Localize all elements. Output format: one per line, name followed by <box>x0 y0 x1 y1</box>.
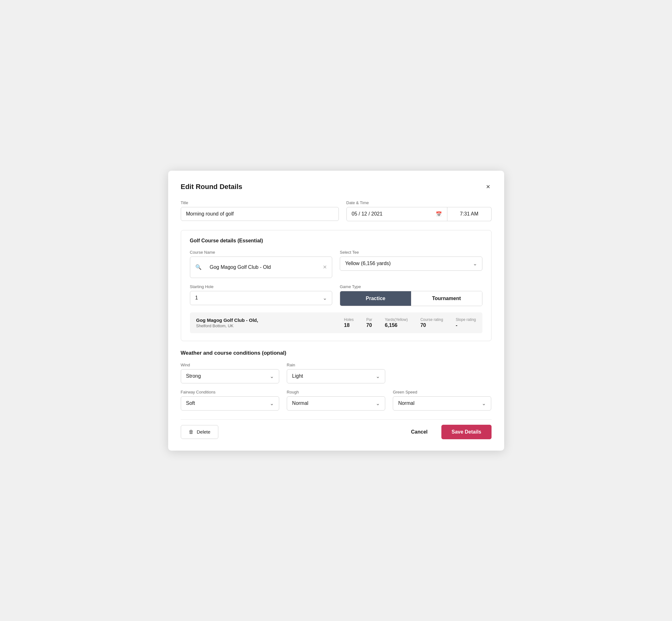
course-name-tee-row: Course Name 🔍 ✕ Select Tee Yellow (6,156… <box>190 250 482 278</box>
stat-yards: Yards(Yellow) 6,156 <box>385 318 408 328</box>
chevron-fairway-icon: ⌄ <box>270 401 274 406</box>
footer-row: 🗑 Delete Cancel Save Details <box>181 419 492 439</box>
tournament-button[interactable]: Tournament <box>411 291 482 306</box>
green-speed-label: Green Speed <box>393 390 491 395</box>
course-name-search[interactable]: 🔍 ✕ <box>190 256 333 278</box>
rain-group: Rain Light ⌄ <box>287 363 385 383</box>
top-row: Title Date & Time 05 / 12 / 2021 📅 7:31 … <box>181 200 492 221</box>
par-label: Par <box>366 318 372 322</box>
rough-dropdown[interactable]: Normal ⌄ <box>287 396 385 411</box>
trash-icon: 🗑 <box>189 429 194 435</box>
stat-course-rating: Course rating 70 <box>420 318 443 328</box>
chevron-down-icon: ⌄ <box>473 261 477 266</box>
rain-value: Light <box>292 373 303 379</box>
select-tee-label: Select Tee <box>340 250 482 255</box>
fairway-rough-green-row: Fairway Conditions Soft ⌄ Rough Normal ⌄… <box>181 390 492 411</box>
stat-holes: Holes 18 <box>344 318 354 328</box>
game-type-toggle: Practice Tournament <box>340 291 482 306</box>
date-input[interactable]: 05 / 12 / 2021 📅 <box>346 207 447 221</box>
course-info-primary: Gog Magog Golf Club - Old, <box>196 318 332 323</box>
edit-round-modal: Edit Round Details × Title Date & Time 0… <box>168 171 504 451</box>
select-tee-group: Select Tee Yellow (6,156 yards) ⌄ <box>340 250 482 278</box>
conditions-heading: Weather and course conditions (optional) <box>181 350 492 356</box>
wind-value: Strong <box>186 373 201 379</box>
select-tee-dropdown[interactable]: Yellow (6,156 yards) ⌄ <box>340 256 482 271</box>
starting-hole-dropdown[interactable]: 1 ⌄ <box>190 291 333 305</box>
time-input[interactable]: 7:31 AM <box>447 207 492 221</box>
modal-title: Edit Round Details <box>181 183 243 191</box>
rough-group: Rough Normal ⌄ <box>287 390 385 411</box>
search-icon: 🔍 <box>195 264 202 270</box>
course-info-location: Shelford Bottom, UK <box>196 323 332 328</box>
close-button[interactable]: × <box>485 182 492 192</box>
wind-label: Wind <box>181 363 279 367</box>
footer-right: Cancel Save Details <box>405 425 492 439</box>
yards-label: Yards(Yellow) <box>385 318 408 322</box>
wind-group: Wind Strong ⌄ <box>181 363 279 383</box>
course-rating-value: 70 <box>420 323 426 328</box>
rain-dropdown[interactable]: Light ⌄ <box>287 369 385 383</box>
stat-par: Par 70 <box>366 318 372 328</box>
rough-value: Normal <box>292 401 308 406</box>
select-tee-value: Yellow (6,156 yards) <box>345 261 390 266</box>
clear-icon[interactable]: ✕ <box>323 264 327 270</box>
yards-value: 6,156 <box>385 323 397 328</box>
game-type-label: Game Type <box>340 284 482 289</box>
title-input[interactable] <box>181 207 339 221</box>
time-value: 7:31 AM <box>460 211 478 217</box>
date-value: 05 / 12 / 2021 <box>352 211 383 217</box>
game-type-group: Game Type Practice Tournament <box>340 284 482 306</box>
date-time-inner: 05 / 12 / 2021 📅 7:31 AM <box>346 207 492 221</box>
course-rating-label: Course rating <box>420 318 443 322</box>
modal-header: Edit Round Details × <box>181 182 492 192</box>
green-speed-dropdown[interactable]: Normal ⌄ <box>393 396 491 411</box>
chevron-down-icon-2: ⌄ <box>323 295 327 301</box>
fairway-dropdown[interactable]: Soft ⌄ <box>181 396 279 411</box>
fairway-group: Fairway Conditions Soft ⌄ <box>181 390 279 411</box>
cancel-button[interactable]: Cancel <box>405 425 434 439</box>
wind-rain-row: Wind Strong ⌄ Rain Light ⌄ <box>181 363 492 383</box>
course-name-group: Course Name 🔍 ✕ <box>190 250 333 278</box>
holes-value: 18 <box>344 323 349 328</box>
chevron-rain-icon: ⌄ <box>376 373 380 379</box>
practice-button[interactable]: Practice <box>340 291 411 306</box>
rough-label: Rough <box>287 390 385 395</box>
calendar-icon: 📅 <box>436 211 442 217</box>
stat-slope-rating: Slope rating - <box>456 318 476 328</box>
green-speed-group: Green Speed Normal ⌄ <box>393 390 491 411</box>
course-name-label: Course Name <box>190 250 333 255</box>
date-time-label: Date & Time <box>346 200 492 205</box>
course-info-row: Gog Magog Golf Club - Old, Shelford Bott… <box>190 313 482 333</box>
course-info-name: Gog Magog Golf Club - Old, Shelford Bott… <box>196 318 332 328</box>
chevron-rough-icon: ⌄ <box>376 401 380 406</box>
save-button[interactable]: Save Details <box>442 425 491 439</box>
par-value: 70 <box>366 323 372 328</box>
chevron-green-speed-icon: ⌄ <box>482 401 486 406</box>
starting-hole-value: 1 <box>195 295 198 301</box>
date-time-field-group: Date & Time 05 / 12 / 2021 📅 7:31 AM <box>346 200 492 221</box>
slope-rating-value: - <box>456 323 457 328</box>
delete-label: Delete <box>197 429 210 434</box>
rain-label: Rain <box>287 363 385 367</box>
title-label: Title <box>181 200 339 205</box>
golf-course-title: Golf Course details (Essential) <box>190 238 482 244</box>
conditions-section: Weather and course conditions (optional)… <box>181 350 492 411</box>
golf-course-section: Golf Course details (Essential) Course N… <box>181 230 492 341</box>
green-speed-value: Normal <box>398 401 415 406</box>
delete-button[interactable]: 🗑 Delete <box>181 425 218 439</box>
fairway-value: Soft <box>186 401 195 406</box>
starting-hole-game-type-row: Starting Hole 1 ⌄ Game Type Practice Tou… <box>190 284 482 306</box>
starting-hole-label: Starting Hole <box>190 284 333 289</box>
chevron-wind-icon: ⌄ <box>270 373 274 379</box>
holes-label: Holes <box>344 318 354 322</box>
starting-hole-group: Starting Hole 1 ⌄ <box>190 284 333 306</box>
slope-rating-label: Slope rating <box>456 318 476 322</box>
course-name-input[interactable] <box>205 261 320 274</box>
fairway-label: Fairway Conditions <box>181 390 279 395</box>
wind-dropdown[interactable]: Strong ⌄ <box>181 369 279 383</box>
title-field-group: Title <box>181 200 339 221</box>
